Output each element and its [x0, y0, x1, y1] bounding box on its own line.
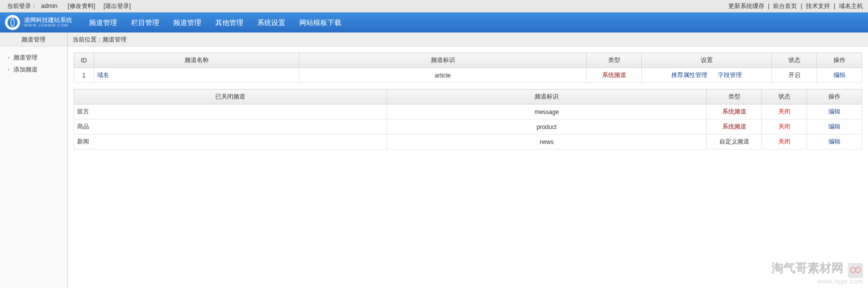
support-link[interactable]: 技术支持	[806, 2, 830, 10]
th-slug: 频道标识	[387, 90, 707, 104]
crumb-value: 频道管理	[103, 36, 127, 43]
nav-item-5[interactable]: 网站模板下载	[292, 12, 348, 32]
cell-status: 关闭	[762, 134, 807, 150]
sidebar-header: 频道管理	[0, 32, 67, 46]
th-status: 状态	[772, 53, 817, 68]
sidebar-item-channel-add[interactable]: 添加频道	[8, 64, 67, 76]
th-type: 类型	[707, 90, 762, 104]
cell-op: 编辑	[807, 134, 862, 150]
brand: 凌网科技建站系统 WWW.JUNWW.COM	[24, 17, 72, 28]
main-nav: 凌网科技建站系统 WWW.JUNWW.COM 频道管理 栏目管理 频道管理 其他…	[0, 12, 868, 32]
th-slug: 频道标识	[299, 53, 587, 68]
channel-name-link[interactable]: 域名	[97, 72, 109, 78]
th-settings: 设置	[642, 53, 772, 68]
cell-name: 留言	[74, 104, 387, 120]
cell-op: 编辑	[807, 120, 862, 134]
closed-channels-table: 已关闭频道 频道标识 类型 状态 操作 留言message系统频道关闭编辑商品p…	[74, 89, 862, 150]
th-status: 状态	[762, 90, 807, 104]
edit-link[interactable]: 编辑	[828, 108, 840, 115]
th-name: 频道名称	[94, 53, 299, 68]
th-closed: 已关闭频道	[74, 90, 387, 104]
table-header-row: ID 频道名称 频道标识 类型 设置 状态 操作	[74, 53, 862, 68]
nav-item-0[interactable]: 频道管理	[82, 12, 124, 32]
th-op: 操作	[807, 90, 862, 104]
table-header-row: 已关闭频道 频道标识 类型 状态 操作	[74, 90, 862, 104]
table-row: 留言message系统频道关闭编辑	[74, 104, 862, 120]
cell-type: 自定义频道	[707, 134, 762, 150]
nav-item-4[interactable]: 系统设置	[250, 12, 292, 32]
frontend-link[interactable]: 前台首页	[773, 2, 797, 10]
cell-name: 商品	[74, 120, 387, 134]
cell-name: 新闻	[74, 134, 387, 150]
sidebar-item-channel-manage[interactable]: 频道管理	[8, 52, 67, 64]
breadcrumb: 当前位置：频道管理	[68, 32, 868, 46]
cell-status: 开启	[772, 68, 817, 83]
th-type: 类型	[587, 53, 642, 68]
table-row: 1 域名 article 系统频道 推荐属性管理 字段管理 开启 编辑	[74, 68, 862, 83]
nav-item-2[interactable]: 频道管理	[166, 12, 208, 32]
main: 当前位置：频道管理 ID 频道名称 频道标识 类型 设置 状态 操作	[68, 32, 868, 288]
logo-icon	[5, 15, 20, 30]
edit-link[interactable]: 编辑	[828, 123, 840, 130]
edit-link[interactable]: 编辑	[833, 72, 845, 78]
nav-item-3[interactable]: 其他管理	[208, 12, 250, 32]
th-id: ID	[74, 53, 94, 68]
cell-slug: product	[387, 120, 707, 134]
cell-slug: message	[387, 104, 707, 120]
logout-link[interactable]: [退出登录]	[104, 2, 131, 10]
domain-host-link[interactable]: 域名主机	[839, 2, 863, 10]
field-manage-link[interactable]: 字段管理	[718, 72, 742, 78]
nav-items: 频道管理 栏目管理 频道管理 其他管理 系统设置 网站模板下载	[82, 12, 348, 32]
recommend-attr-link[interactable]: 推荐属性管理	[671, 72, 707, 78]
cell-type: 系统频道	[602, 72, 626, 78]
edit-link[interactable]: 编辑	[828, 138, 840, 145]
edit-profile-link[interactable]: [修改资料]	[68, 2, 95, 10]
sidebar: 频道管理 频道管理 添加频道	[0, 32, 68, 288]
cell-status: 关闭	[762, 104, 807, 120]
cell-op: 编辑	[807, 104, 862, 120]
username: admin	[41, 2, 58, 10]
nav-item-1[interactable]: 栏目管理	[124, 12, 166, 32]
cell-slug: news	[387, 134, 707, 150]
cell-type: 系统频道	[707, 120, 762, 134]
svg-point-0	[8, 18, 18, 28]
brand-sub: WWW.JUNWW.COM	[24, 24, 72, 28]
crumb-label: 当前位置：	[73, 36, 103, 43]
th-op: 操作	[817, 53, 862, 68]
cell-id: 1	[74, 68, 94, 83]
cell-status: 关闭	[762, 120, 807, 134]
table-row: 新闻news自定义频道关闭编辑	[74, 134, 862, 150]
cell-slug: article	[299, 68, 587, 83]
open-channels-table: ID 频道名称 频道标识 类型 设置 状态 操作 1 域名 article 系统	[74, 52, 862, 83]
login-label: 当前登录：	[7, 2, 37, 10]
cell-type: 系统频道	[707, 104, 762, 120]
table-row: 商品product系统频道关闭编辑	[74, 120, 862, 134]
topbar: 当前登录：admin [修改资料] [退出登录] 更新系统缓存 | 前台首页 |…	[0, 0, 868, 12]
refresh-cache-link[interactable]: 更新系统缓存	[728, 2, 764, 10]
